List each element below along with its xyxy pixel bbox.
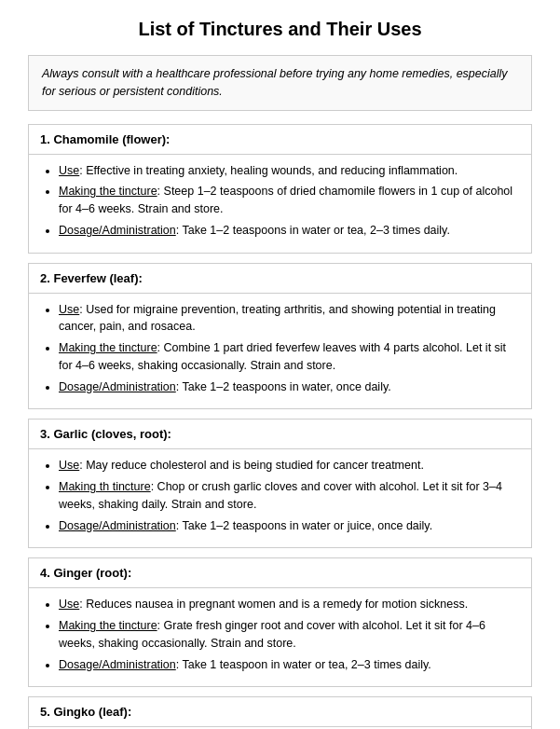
section-body-1: Use: Effective in treating anxiety, heal… [29,155,531,253]
section-header-3: 3. Garlic (cloves, root): [29,420,531,449]
section-header-1: 1. Chamomile (flower): [29,125,531,155]
list-item: Making the tincture: Steep 1–2 teaspoons… [59,183,520,218]
section-body-3: Use: May reduce cholesterol and is being… [29,449,531,547]
list-item: Use: Effective in treating anxiety, heal… [59,162,520,180]
section-list-3: Use: May reduce cholesterol and is being… [40,457,520,534]
list-item: Use: Reduces nausea in pregnant women an… [59,596,520,613]
item-text: : Take 1–2 teaspoons in water or tea, 2–… [176,224,450,237]
section-2: 2. Feverfew (leaf):Use: Used for migrain… [28,263,532,410]
page-title: List of Tinctures and Their Uses [28,19,532,40]
section-body-2: Use: Used for migraine prevention, treat… [29,294,531,409]
item-label: Use [59,164,79,177]
section-list-2: Use: Used for migraine prevention, treat… [40,301,520,396]
list-item: Dosage/Administration: Take 1 teaspoon i… [59,656,520,674]
item-text: : May reduce cholesterol and is being st… [79,459,424,472]
list-item: Making the tincture: Combine 1 part drie… [59,339,520,375]
section-header-2: 2. Feverfew (leaf): [29,264,531,294]
section-list-1: Use: Effective in treating anxiety, heal… [40,162,520,240]
list-item: Making the tincture: Grate fresh ginger … [59,617,520,653]
section-1: 1. Chamomile (flower):Use: Effective in … [28,124,532,254]
item-text: : Take 1–2 teaspoons in water, once dail… [176,380,391,393]
section-3: 3. Garlic (cloves, root):Use: May reduce… [28,419,532,548]
section-4: 4. Ginger (root):Use: Reduces nausea in … [28,557,532,687]
item-text: : Reduces nausea in pregnant women and i… [79,598,468,611]
item-text: : Used for migraine prevention, treating… [59,303,496,334]
sections-container: 1. Chamomile (flower):Use: Effective in … [28,124,532,730]
list-item: Dosage/Administration: Take 1–2 teaspoon… [59,378,520,396]
item-text: : Take 1–2 teaspoons in water or juice, … [176,519,432,532]
item-label: Dosage/Administration [59,519,176,532]
list-item: Dosage/Administration: Take 1–2 teaspoon… [59,517,520,535]
section-header-5: 5. Gingko (leaf): [29,697,531,727]
section-body-4: Use: Reduces nausea in pregnant women an… [29,588,531,686]
list-item: Making th tincture: Chop or crush garlic… [59,478,520,514]
item-label: Making the tincture [59,341,157,354]
disclaimer-box: Always consult with a healthcare profess… [28,55,532,111]
item-label: Use [59,459,79,472]
item-label: Use [59,303,79,316]
list-item: Use: Used for migraine prevention, treat… [59,301,520,337]
item-label: Dosage/Administration [59,380,176,393]
section-header-4: 4. Ginger (root): [29,558,531,588]
item-label: Making the tincture [59,619,157,632]
item-label: Dosage/Administration [59,658,176,671]
list-item: Use: May reduce cholesterol and is being… [59,457,520,475]
item-label: Use [59,598,79,611]
item-label: Dosage/Administration [59,224,176,237]
list-item: Dosage/Administration: Take 1–2 teaspoon… [59,222,520,240]
section-list-4: Use: Reduces nausea in pregnant women an… [40,596,520,673]
item-label: Making the tincture [59,185,157,198]
item-text: : Effective in treating anxiety, healing… [79,164,458,177]
disclaimer-text: Always consult with a healthcare profess… [42,67,508,98]
section-5: 5. Gingko (leaf):Use: Used to treat asth… [28,696,532,729]
item-text: : Take 1 teaspoon in water or tea, 2–3 t… [176,658,431,671]
item-label: Making th tincture [59,480,151,493]
